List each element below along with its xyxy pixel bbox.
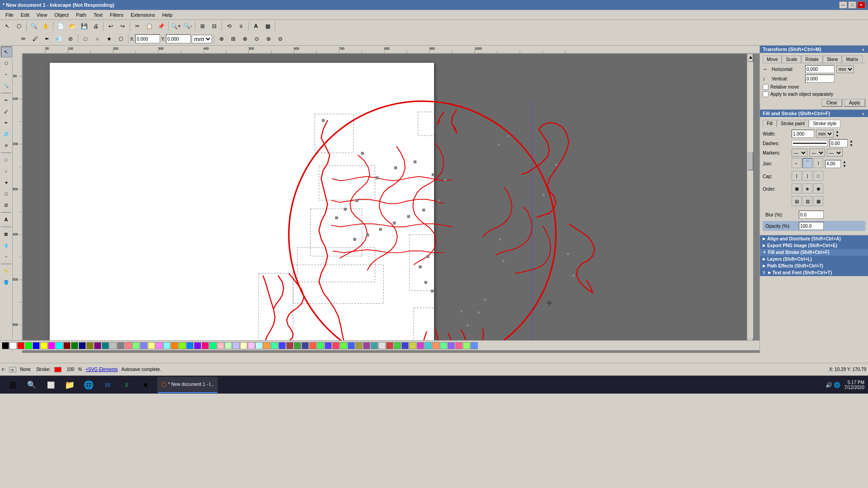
align-distribute-header[interactable]: ▶ Align and Distribute (Shift+Ctrl+A) — [760, 235, 868, 242]
zoom-out-btn[interactable]: 🔍- — [182, 21, 193, 32]
vertical-scrollbar[interactable]: ▲ ▼ — [747, 54, 753, 347]
pen-btn[interactable]: 🖊 — [30, 33, 41, 44]
3d-box-btn[interactable]: ⬡ — [115, 33, 126, 44]
snap5-btn[interactable]: ⊛ — [263, 33, 274, 44]
palette-color-0000ff[interactable] — [33, 342, 40, 349]
palette-color-ff6040[interactable] — [309, 342, 316, 349]
layers-header[interactable]: ▶ Layers (Shift+Ctrl+L) — [760, 256, 868, 263]
node-edit-tool[interactable]: ⬡ — [1, 58, 12, 69]
fill-stroke-header2[interactable]: ▼ Fill and Stroke (Shift+Ctrl+F) — [760, 249, 868, 256]
menu-object[interactable]: Object — [51, 11, 72, 19]
gradient-tool[interactable]: ▦ — [1, 229, 12, 239]
palette-color-40d0d0[interactable] — [425, 342, 432, 349]
canvas-content[interactable]: ✛ ▲ ▼ ◀ ▶ — [23, 54, 753, 347]
palette-color-8000ff[interactable] — [194, 342, 201, 349]
star-btn[interactable]: ★ — [104, 33, 114, 44]
tab-fill[interactable]: Fill — [763, 120, 777, 127]
rect-tool[interactable]: □ — [1, 155, 12, 165]
palette-color-c0c0ff[interactable] — [232, 342, 240, 349]
inkscape-taskbar-item[interactable]: ⬡ * New document 1 - I... — [157, 377, 218, 393]
palette-color-ffc0c0[interactable] — [217, 342, 224, 349]
dashes-selector[interactable] — [792, 140, 828, 146]
width-unit-select[interactable]: mmpx — [816, 130, 834, 138]
save-btn[interactable]: 💾 — [79, 21, 90, 32]
palette-color-ffc0ff[interactable] — [248, 342, 255, 349]
palette-color-80ff00[interactable] — [179, 342, 186, 349]
connector-tool[interactable]: ↔ — [1, 251, 12, 262]
zoom-in-btn[interactable]: 🔍+ — [170, 21, 181, 32]
tab-move[interactable]: Move — [763, 56, 782, 63]
vertical-input[interactable] — [805, 75, 835, 83]
task-view-button[interactable]: ⬜ — [42, 377, 60, 393]
transform-panel-header[interactable]: Transform (Shift+Ctrl+M) ▲ — [760, 46, 868, 53]
join-round-btn[interactable]: ⌒ — [802, 158, 812, 168]
dashes-value-input[interactable] — [830, 139, 848, 147]
tab-matrix[interactable]: Matrix — [842, 56, 862, 63]
palette-color-ff0080[interactable] — [202, 342, 209, 349]
order-paint-fill-btn[interactable]: ▣ — [792, 183, 802, 193]
palette-color-ff9060[interactable] — [432, 342, 439, 349]
menu-edit[interactable]: Edit — [17, 11, 33, 19]
circle-btn[interactable]: ○ — [92, 33, 103, 44]
palette-color-90ff60[interactable] — [463, 342, 470, 349]
palette-color-ff6090[interactable] — [455, 342, 462, 349]
order-fill-paint-btn[interactable]: ◈ — [802, 183, 812, 193]
maximize-button[interactable]: □ — [848, 1, 856, 9]
palette-color-ffa040[interactable] — [263, 342, 270, 349]
zoom-tool-btn[interactable]: 🔍 — [28, 21, 39, 32]
palette-color-a040a0[interactable] — [363, 342, 370, 349]
pencil-tool[interactable]: ✏ — [1, 95, 12, 106]
palette-color-80ffff[interactable] — [163, 342, 170, 349]
calligraph-tool[interactable]: ✒ — [1, 117, 12, 128]
text-tool-btn[interactable]: A — [250, 21, 261, 32]
palette-color-e0e0e0[interactable] — [378, 342, 386, 349]
palette-color-808000[interactable] — [86, 342, 94, 349]
menu-extensions[interactable]: Extensions — [127, 11, 159, 19]
palette-color-60ff90[interactable] — [440, 342, 447, 349]
horizontal-input[interactable] — [805, 65, 835, 73]
align-btn[interactable]: ≡ — [236, 21, 246, 32]
print-btn[interactable]: 🖨 — [90, 21, 101, 32]
palette-color-40a0a0[interactable] — [371, 342, 378, 349]
text-font-header[interactable]: T ▶ Text and Font (Shift+Ctrl+T) — [760, 269, 868, 276]
apply-each-checkbox[interactable] — [763, 91, 769, 97]
order-btn4[interactable]: ▤ — [792, 196, 802, 206]
palette-color-ff00ff[interactable] — [48, 342, 55, 349]
palette-color-80ff80[interactable] — [132, 342, 140, 349]
snap-btn[interactable]: ⊕ — [216, 33, 227, 44]
ungroup-btn[interactable]: ⊟ — [209, 21, 220, 32]
edge-button[interactable]: 🌐 — [80, 377, 98, 393]
markers-select-start[interactable]: — — [792, 149, 807, 157]
cap-square-btn[interactable]: □ — [813, 171, 823, 181]
palette-color-ffffc0[interactable] — [240, 342, 247, 349]
redo-btn[interactable]: ↪ — [117, 21, 128, 32]
fill-stroke-panel-header[interactable]: Fill and Stroke (Shift+Ctrl+F) ▲ — [760, 110, 868, 117]
cap-butt-btn[interactable]: | — [792, 171, 802, 181]
svg-elements-label[interactable]: +SVG Elements — [85, 367, 118, 372]
snap2-btn[interactable]: ⊞ — [228, 33, 239, 44]
erase-tool[interactable]: ⊘ — [1, 140, 12, 151]
vscroll-thumb[interactable] — [748, 152, 753, 170]
palette-color-ff8080[interactable] — [125, 342, 132, 349]
palette-color-800000[interactable] — [63, 342, 71, 349]
palette-color-4040a0[interactable] — [302, 342, 309, 349]
selector-tool[interactable]: ↖ — [1, 47, 12, 57]
palette-color-ffff00[interactable] — [40, 342, 47, 349]
palette-color-40ff60[interactable] — [317, 342, 324, 349]
tab-stroke-style[interactable]: Stroke style — [809, 120, 840, 127]
palette-color-a0a040[interactable] — [355, 342, 363, 349]
start-button[interactable]: ⊞ — [4, 377, 22, 393]
tab-rotate[interactable]: Rotate — [801, 56, 822, 63]
horiz-unit-select[interactable]: mmpx — [836, 65, 854, 73]
spray-tool[interactable]: 💦 — [1, 129, 12, 140]
palette-color-c0ffff[interactable] — [255, 342, 263, 349]
menu-view[interactable]: View — [33, 11, 51, 19]
close-button[interactable]: ✕ — [857, 1, 865, 9]
pan-tool-btn[interactable]: ✋ — [40, 21, 51, 32]
palette-color-8080ff[interactable] — [140, 342, 147, 349]
dashes-spinner[interactable]: ▲ ▼ — [849, 139, 853, 147]
3dbox-tool[interactable]: ⬡ — [1, 188, 12, 199]
menu-path[interactable]: Path — [72, 11, 90, 19]
palette-color-000000[interactable] — [2, 342, 9, 349]
star-tool[interactable]: ★ — [1, 177, 12, 188]
